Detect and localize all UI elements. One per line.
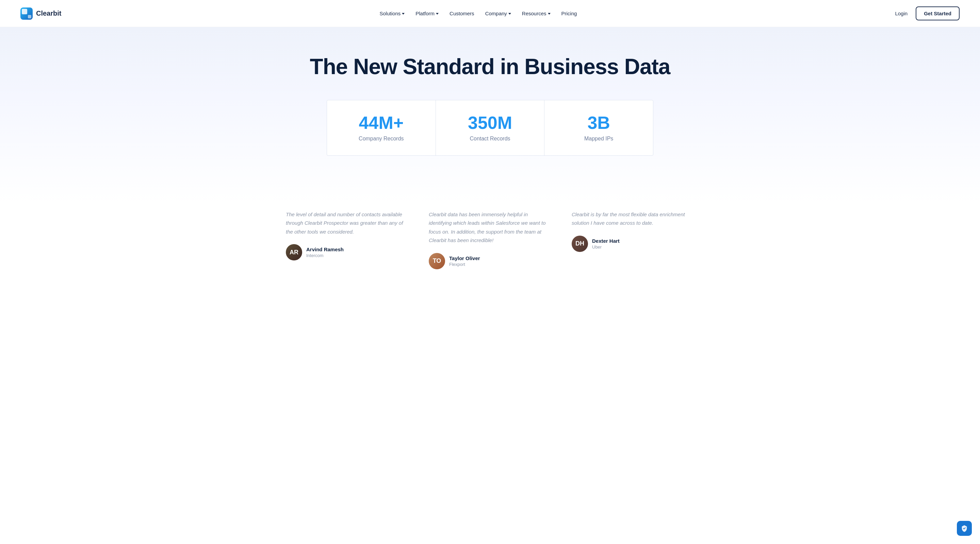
testimonial-info: Arvind Ramesh Intercom [306, 246, 344, 258]
testimonial-quote: Clearbit data has been immensely helpful… [429, 210, 551, 245]
logo-text: Clearbit [36, 10, 61, 17]
testimonial-info: Taylor Oliver Flexport [449, 255, 480, 267]
testimonial-company: Uber [592, 244, 620, 249]
nav-link-label: Solutions [380, 11, 401, 16]
testimonials-section: The level of detail and number of contac… [0, 203, 980, 297]
nav-link-company[interactable]: Company [485, 11, 511, 16]
get-started-button[interactable]: Get Started [916, 6, 959, 21]
testimonial-quote: The level of detail and number of contac… [286, 210, 408, 236]
login-link[interactable]: Login [895, 11, 907, 16]
hero-section: The New Standard in Business Data 44M+ C… [0, 27, 980, 203]
testimonial-author: DH Dexter Hart Uber [572, 236, 694, 252]
testimonial-name: Dexter Hart [592, 238, 620, 244]
avatar: TO [429, 253, 445, 269]
avatar: AR [286, 244, 302, 260]
nav-link-solutions[interactable]: Solutions [380, 11, 405, 16]
testimonial-name: Taylor Oliver [449, 255, 480, 261]
testimonial-quote: Clearbit is by far the most flexible dat… [572, 210, 694, 227]
nav-link-label: Company [485, 11, 507, 16]
testimonial-author: TO Taylor Oliver Flexport [429, 253, 551, 269]
testimonial-item: Clearbit is by far the most flexible dat… [572, 210, 694, 269]
stat-item: 350M Contact Records [436, 100, 545, 155]
nav-link-customers[interactable]: Customers [450, 11, 474, 16]
stat-label: Mapped IPs [555, 136, 643, 142]
nav-link-pricing[interactable]: Pricing [562, 11, 577, 16]
chevron-down-icon [436, 13, 439, 14]
nav-link-label: Pricing [562, 11, 577, 16]
testimonial-item: Clearbit data has been immensely helpful… [429, 210, 551, 269]
testimonial-name: Arvind Ramesh [306, 246, 344, 252]
logo-icon [21, 8, 33, 20]
stat-number: 44M+ [337, 114, 425, 132]
nav-link-label: Resources [522, 11, 546, 16]
nav-actions: Login Get Started [895, 6, 959, 21]
testimonial-info: Dexter Hart Uber [592, 238, 620, 249]
testimonial-item: The level of detail and number of contac… [286, 210, 408, 269]
stat-item: 44M+ Company Records [327, 100, 436, 155]
nav-link-platform[interactable]: Platform [415, 11, 439, 16]
stat-number: 350M [446, 114, 534, 132]
navbar: Clearbit SolutionsPlatformCustomersCompa… [0, 0, 980, 27]
testimonial-company: Flexport [449, 262, 480, 267]
stat-label: Company Records [337, 136, 425, 142]
chevron-down-icon [548, 13, 550, 14]
chevron-down-icon [402, 13, 404, 14]
testimonial-author: AR Arvind Ramesh Intercom [286, 244, 408, 260]
stats-container: 44M+ Company Records 350M Contact Record… [327, 100, 653, 156]
stat-item: 3B Mapped IPs [544, 100, 653, 155]
logo-link[interactable]: Clearbit [21, 8, 61, 20]
nav-link-label: Customers [450, 11, 474, 16]
nav-link-resources[interactable]: Resources [522, 11, 550, 16]
chevron-down-icon [508, 13, 511, 14]
nav-link-label: Platform [415, 11, 434, 16]
nav-links: SolutionsPlatformCustomersCompanyResourc… [380, 11, 577, 16]
testimonial-company: Intercom [306, 253, 344, 258]
testimonials-grid: The level of detail and number of contac… [286, 210, 694, 269]
hero-title: The New Standard in Business Data [21, 54, 959, 79]
avatar: DH [572, 236, 588, 252]
stat-number: 3B [555, 114, 643, 132]
stat-label: Contact Records [446, 136, 534, 142]
